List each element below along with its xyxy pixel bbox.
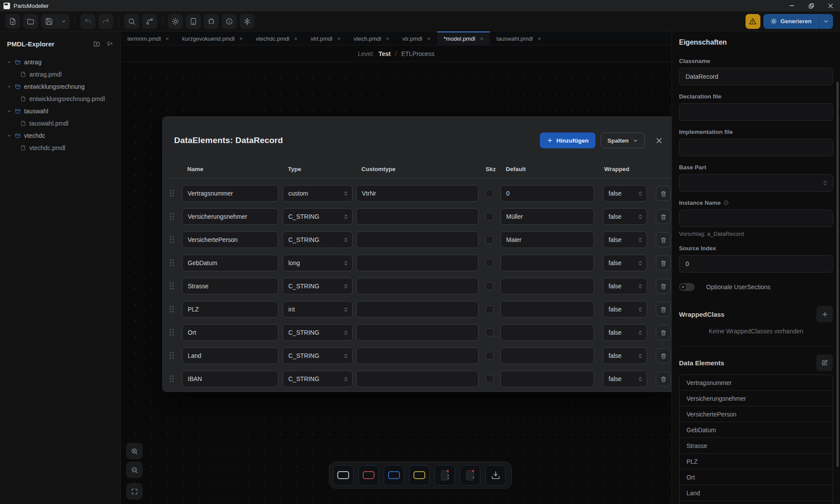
type-select[interactable]: C_STRING	[283, 208, 353, 225]
drag-handle-icon[interactable]	[170, 190, 175, 197]
skz-checkbox[interactable]	[486, 352, 494, 360]
tab-vtech[interactable]: vtech.pmdl×	[347, 32, 396, 45]
list-item[interactable]: Versicherungsnehmer	[679, 391, 833, 406]
customtype-input[interactable]	[356, 371, 479, 387]
new-folder-button[interactable]	[91, 38, 102, 49]
default-input[interactable]	[500, 347, 594, 364]
tab-vtr[interactable]: vtr.pmdl×	[396, 32, 437, 45]
flow-view-button[interactable]	[142, 14, 157, 29]
name-input[interactable]	[182, 278, 278, 294]
zoom-out-button[interactable]	[126, 462, 143, 478]
tab-close-icon[interactable]: ×	[480, 36, 483, 42]
tab-tauswahl[interactable]: tauswahl.pmdl×	[490, 32, 548, 45]
name-input[interactable]	[182, 301, 278, 318]
delete-row-button[interactable]	[656, 348, 671, 363]
default-input[interactable]	[500, 278, 594, 294]
save-button[interactable]	[41, 14, 57, 29]
shape-default-button[interactable]	[333, 465, 354, 486]
generate-button[interactable]: Generieren	[763, 14, 819, 29]
customtype-input[interactable]	[356, 324, 479, 341]
tab-close-icon[interactable]: ×	[239, 36, 243, 42]
type-select[interactable]: long	[283, 255, 353, 271]
undo-button[interactable]	[80, 14, 95, 29]
base-part-select[interactable]	[679, 174, 833, 192]
name-input[interactable]	[182, 185, 278, 202]
default-input[interactable]	[500, 208, 594, 225]
customtype-input[interactable]	[356, 231, 479, 248]
type-select[interactable]: int	[283, 301, 353, 318]
add-wrappedclass-button[interactable]	[816, 306, 833, 322]
delete-row-button[interactable]	[656, 302, 671, 317]
breadcrumb-level-etlprocess[interactable]: ETLProcess	[401, 50, 434, 57]
name-input[interactable]	[182, 347, 278, 364]
name-input[interactable]	[182, 208, 278, 225]
info-button[interactable]	[222, 14, 237, 29]
import-button[interactable]	[485, 465, 506, 486]
source-index-input[interactable]	[679, 255, 833, 273]
delete-row-button[interactable]	[656, 279, 671, 294]
customtype-input[interactable]	[356, 347, 479, 364]
tree-file-tauswahl[interactable]: tauswahl.pmdl	[0, 117, 120, 130]
drag-handle-icon[interactable]	[170, 259, 175, 266]
implementation-file-input[interactable]	[679, 139, 833, 156]
default-input[interactable]	[500, 255, 594, 271]
type-select[interactable]: C_STRING	[283, 347, 353, 364]
debug-button[interactable]	[204, 14, 219, 29]
name-input[interactable]	[182, 231, 278, 248]
theme-button[interactable]	[168, 14, 183, 29]
type-select[interactable]: C_STRING	[283, 324, 353, 341]
tab-vtechdc[interactable]: vtechdc.pmdl×	[249, 32, 304, 45]
drag-handle-icon[interactable]	[170, 213, 175, 220]
name-input[interactable]	[182, 371, 278, 387]
name-input[interactable]	[182, 255, 278, 271]
wrapped-select[interactable]: false	[603, 347, 647, 364]
drag-handle-icon[interactable]	[170, 352, 175, 359]
wrapped-select[interactable]: false	[603, 255, 647, 271]
wrapped-select[interactable]: false	[603, 208, 647, 225]
model-canvas[interactable]: DataElements: DataRecord Hinzufügen Spal…	[121, 62, 672, 504]
tree-folder-entwicklungsrechnung[interactable]: entwicklungsrechnung	[0, 80, 120, 93]
drag-handle-icon[interactable]	[170, 283, 175, 290]
tab-close-icon[interactable]: ×	[427, 36, 430, 42]
skz-checkbox[interactable]	[486, 259, 494, 267]
node-a-button[interactable]	[434, 465, 455, 486]
type-select[interactable]: custom	[283, 185, 353, 202]
list-item[interactable]: Vertragsnummer	[679, 375, 833, 391]
columns-dropdown-button[interactable]: Spalten	[601, 133, 645, 148]
skz-checkbox[interactable]	[486, 305, 494, 313]
minimize-button[interactable]	[782, 0, 802, 11]
tree-file-vtechdc[interactable]: vtechdc.pmdl	[0, 142, 120, 154]
default-input[interactable]	[500, 301, 594, 318]
type-select[interactable]: C_STRING	[283, 231, 353, 248]
drag-handle-icon[interactable]	[170, 306, 175, 313]
tab-close-icon[interactable]: ×	[294, 36, 298, 42]
add-element-button[interactable]: Hinzufügen	[540, 133, 596, 148]
open-folder-button[interactable]	[23, 14, 38, 29]
restore-button[interactable]	[802, 0, 821, 11]
skz-checkbox[interactable]	[486, 236, 494, 244]
edit-data-elements-button[interactable]	[816, 354, 833, 371]
tab-close-icon[interactable]: ×	[538, 36, 541, 42]
customtype-input[interactable]	[356, 255, 479, 271]
default-input[interactable]	[500, 185, 594, 202]
tab-close-icon[interactable]: ×	[337, 36, 341, 42]
freeze-button[interactable]	[240, 14, 255, 29]
tab-close-icon[interactable]: ×	[386, 36, 389, 42]
search-button[interactable]	[124, 14, 139, 29]
list-item[interactable]: PLZ	[679, 454, 833, 469]
tree-file-antrag[interactable]: antrag.pmdl	[0, 68, 120, 80]
list-item[interactable]: Land	[679, 485, 833, 501]
declaration-file-input[interactable]	[679, 103, 833, 121]
default-input[interactable]	[500, 231, 594, 248]
skz-checkbox[interactable]	[486, 375, 494, 383]
tab-termnrn[interactable]: termnrn.pmdl×	[121, 32, 175, 45]
skz-checkbox[interactable]	[486, 329, 494, 336]
redo-button[interactable]	[98, 14, 113, 29]
instance-name-input[interactable]	[679, 210, 833, 227]
list-item[interactable]: GebDatum	[679, 422, 833, 438]
skz-checkbox[interactable]	[486, 282, 494, 290]
breadcrumb-level-test[interactable]: Test	[378, 50, 391, 57]
collapse-all-button[interactable]	[105, 38, 115, 49]
wrapped-select[interactable]: false	[603, 185, 647, 202]
wrapped-select[interactable]: false	[603, 231, 647, 248]
